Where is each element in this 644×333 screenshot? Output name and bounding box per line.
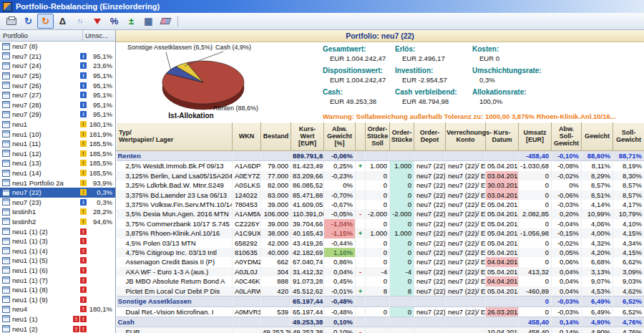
portfolio-list-item[interactable]: neu7 (29)i95,1% (0, 110, 115, 120)
position-row[interactable]: 3,25% Ldkrbk.Bad.W. Mtnr.S249A0SLKS82.00… (117, 180, 644, 190)
summary-label: Cash: (323, 88, 394, 96)
position-row[interactable]: EUR49.253,3849.253,380,10%-10.04.2012458… (117, 327, 644, 333)
portfolio-list-item[interactable]: neu1 (1) (6)! (0, 266, 115, 276)
grid-icon[interactable]: ▦ (140, 14, 157, 29)
portfolio-list-item[interactable]: neu7 (24)i23,6% (0, 61, 115, 71)
column-header[interactable]: Kurs- Datum (486, 123, 519, 151)
portfolio-list-item[interactable]: neu1 (1) (9)! (0, 294, 115, 304)
position-row[interactable]: JB MBO Absolute Return Bond AA0C46K88891… (117, 276, 644, 286)
portfolio-list-item[interactable]: neu7 (8) (0, 42, 115, 52)
portfolio-list-item[interactable]: neu1 (1) (3)! (0, 236, 115, 246)
delta-icon[interactable]: Δ (54, 14, 71, 29)
position-row[interactable]: AXA WF - Euro 1-3 A (aus.)A0JL0J30431.41… (117, 267, 644, 276)
position-row[interactable]: Assenagon Credit Basis II (P)A0YDMZ66267… (117, 257, 644, 266)
portfolio-list-item[interactable]: testinh1!28,2% (0, 207, 115, 217)
column-header[interactable]: Umsatz [EUR] (519, 123, 552, 151)
portfolio-list-item[interactable]: neu1 (1)!! (0, 314, 115, 324)
portfolio-list-item[interactable]: neu1 (10)!181,9% (0, 129, 115, 139)
order-stuecke-input[interactable]: 1.000 (390, 161, 414, 171)
order-stuecke-input[interactable]: 0 (390, 171, 414, 180)
order-stuecke-input[interactable]: 0 (390, 257, 414, 266)
refresh-icon[interactable]: ↻ (20, 14, 36, 29)
portfolio-list-item[interactable]: neu1 (12)!185,5% (0, 149, 115, 159)
position-row[interactable]: 4,75% Citigroup Inc. 03/13 Intl81063540.… (117, 248, 644, 257)
order-stuecke-input[interactable]: -4 (390, 267, 414, 276)
portfolio-label: neu7 (26) (12, 82, 80, 90)
position-row[interactable]: 3,125% Berlin, Land Lsa05/15A204A0EY7Z77… (117, 171, 644, 180)
portfolio-list-item[interactable]: neu1 (1) (4)! (0, 246, 115, 256)
order-stuecke-input[interactable]: 0 (390, 248, 414, 257)
column-header[interactable]: Abw. Soll- Gewicht (552, 123, 582, 151)
column-header[interactable]: Order- Stücke (390, 123, 414, 151)
portfolio-list-item[interactable]: neu1 (2)!! (0, 324, 115, 333)
plus-minus-icon[interactable]: ± (123, 14, 140, 29)
order-stuecke-input[interactable]: 0 (390, 180, 414, 190)
position-row[interactable]: 2,5% Westdt.Immob.Bk.Pf 09/13A1A6DP79.00… (117, 161, 644, 171)
position-row[interactable]: 3,5% Dexia Mun.Agen. 2016 MTNA1AM5M106.0… (117, 209, 644, 218)
column-header[interactable]: Order- Depot (414, 123, 446, 151)
portfolio-list-item[interactable]: neu1 (1) (7)! (0, 275, 115, 285)
order-stuecke-input[interactable]: 0 (390, 307, 414, 317)
portfolio-list-item[interactable]: neu1!180,1% (0, 120, 115, 130)
column-header[interactable]: Kurs- Wert [EUR] (291, 123, 324, 151)
column-header-umschichtung[interactable]: Umsc... (83, 30, 115, 41)
portfolio-list-item[interactable]: neu1 (11)!185,5% (0, 139, 115, 149)
portfolio-icon (2, 72, 10, 79)
position-row[interactable]: Pictet Em Local Cur Debt P DisA0LARW4204… (117, 286, 644, 296)
portfolio-list-item[interactable]: neu1 (1) (2)! (0, 226, 115, 236)
position-row[interactable]: 4,5% Polen 03/13 MTN65829242.00043.419,2… (117, 238, 644, 248)
portfolio-icon (2, 296, 10, 303)
group-row[interactable]: Sonstige Assetklassen65.197,44-0,48%0-0,… (117, 296, 644, 307)
order-stuecke-input[interactable]: 0 (390, 190, 414, 200)
umschichtungsrate-value: 181,9% (88, 130, 115, 138)
column-header[interactable]: Typ/ Wertpapier/ Lager (117, 123, 233, 151)
portfolio-list-item[interactable]: neu1 Portfolio 2a!93,9% (0, 178, 115, 188)
column-header[interactable]: Order- Stücke Soll (366, 123, 390, 151)
column-header[interactable]: Verrechnungs- Konto (446, 123, 486, 151)
portfolio-list-item[interactable]: neu7 (27)i95,1% (0, 90, 115, 100)
group-name: Renten (117, 151, 233, 161)
portfolio-list-item[interactable]: neu1 (14)!185,5% (0, 168, 115, 178)
portfolio-list-item[interactable]: neu1 (1) (8)! (0, 285, 115, 295)
column-header[interactable]: Gewicht (582, 123, 613, 151)
position-row[interactable]: 3,375% Volksw.Fin.Serv.MTN.10/1478045339… (117, 200, 644, 209)
portfolio-list-item[interactable]: neu7 (22)!0,3% (0, 188, 115, 198)
order-stuecke-input[interactable]: 0 (390, 219, 414, 228)
order-stuecke-input[interactable]: 0 (390, 276, 414, 286)
column-header[interactable]: Soll- Gewicht (613, 123, 644, 151)
portfolio-list-item[interactable]: neu7 (25)i95,1% (0, 71, 115, 81)
group-row[interactable]: Cash49.253,380,10%458,400,14%4,90%4,76% (117, 317, 644, 327)
portfolio-list-item[interactable]: neu7 (28)i95,1% (0, 100, 115, 110)
portfolio-list-item[interactable]: neu1 (1) (5)! (0, 256, 115, 266)
order-stuecke-input[interactable]: 0 (390, 238, 414, 248)
column-header[interactable]: Abw. Gewicht [%] (324, 123, 356, 151)
position-row[interactable]: 3,75% Commerzbank 10/17 S.745CZ226Y39.00… (117, 219, 644, 228)
percent-icon[interactable]: % (106, 14, 122, 29)
position-row[interactable]: 3,875% Rhoen-Klinik.Anl.10/16A1C9UX38.00… (117, 228, 644, 238)
position-row[interactable]: Dual Ret.-Vision Microfinan. IA0MVRS5396… (117, 307, 644, 317)
order-stuecke-input[interactable]: 0 (390, 200, 414, 209)
group-row[interactable]: Renten889.791,65-0,06%-458,40-0,10%88,60… (117, 151, 644, 161)
print-icon[interactable] (3, 14, 19, 29)
wkn: CZ226Y (233, 219, 261, 228)
portfolio-list-item[interactable]: testinh2!94,6% (0, 217, 115, 227)
portfolio-list-item[interactable]: neu7 (21)i95,1% (0, 52, 115, 62)
order-sign-icon (356, 276, 366, 286)
portfolio-list-item[interactable]: neu7 (23)i0,3% (0, 198, 115, 208)
erase-icon[interactable] (157, 14, 174, 29)
portfolio-list-item[interactable]: neu4!180,1% (0, 304, 115, 314)
order-stuecke-input[interactable]: 1.000 (390, 228, 414, 238)
column-header-portfolio[interactable]: Portfolio (0, 30, 83, 41)
column-header[interactable]: Bestand (261, 123, 291, 151)
sort-updown-icon[interactable]: ↑↓ (72, 14, 88, 29)
portfolio-list-item[interactable]: neu1 (13)!185,5% (0, 158, 115, 168)
rebalance-icon[interactable]: ↻ (37, 14, 54, 29)
portfolio-list-item[interactable]: neu7 (26)i95,1% (0, 80, 115, 90)
order-stuecke-input[interactable]: 8 (390, 286, 414, 296)
position-row[interactable]: 3,375% Bd.Laender 23 Lsa 06/1312402283.0… (117, 190, 644, 200)
column-header[interactable] (356, 123, 366, 151)
filter-remove-icon[interactable] (89, 14, 105, 29)
order-stuecke-input[interactable]: -2.000 (390, 209, 414, 218)
kurs-datum: 05.04.2012 (486, 219, 519, 228)
column-header[interactable]: WKN (233, 123, 261, 151)
